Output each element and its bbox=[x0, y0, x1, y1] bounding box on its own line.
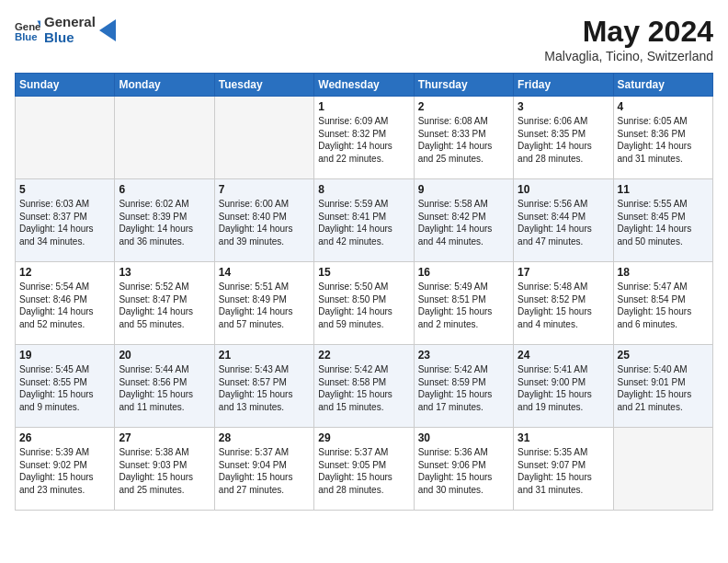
day-info: Sunrise: 5:41 AMSunset: 9:00 PMDaylight:… bbox=[518, 363, 609, 413]
calendar-week-row: 5Sunrise: 6:03 AMSunset: 8:37 PMDaylight… bbox=[16, 179, 713, 262]
calendar-day-cell bbox=[613, 428, 712, 511]
logo-icon: General Blue bbox=[15, 17, 40, 43]
calendar-day-cell: 24Sunrise: 5:41 AMSunset: 9:00 PMDayligh… bbox=[514, 345, 613, 428]
calendar-day-cell: 4Sunrise: 6:05 AMSunset: 8:36 PMDaylight… bbox=[613, 97, 712, 179]
page-header: General Blue General Blue May 2024 Malva… bbox=[15, 15, 713, 63]
calendar-day-cell: 13Sunrise: 5:52 AMSunset: 8:47 PMDayligh… bbox=[115, 262, 214, 345]
calendar-day-cell bbox=[16, 97, 115, 179]
calendar-day-cell: 15Sunrise: 5:50 AMSunset: 8:50 PMDayligh… bbox=[314, 262, 414, 345]
day-number: 16 bbox=[418, 266, 509, 279]
calendar-day-cell: 22Sunrise: 5:42 AMSunset: 8:58 PMDayligh… bbox=[314, 345, 414, 428]
day-info: Sunrise: 5:58 AMSunset: 8:42 PMDaylight:… bbox=[418, 198, 509, 247]
day-info: Sunrise: 6:02 AMSunset: 8:39 PMDaylight:… bbox=[119, 198, 210, 247]
title-block: May 2024 Malvaglia, Ticino, Switzerland bbox=[544, 15, 713, 63]
calendar-header-row: SundayMondayTuesdayWednesdayThursdayFrid… bbox=[16, 74, 713, 97]
day-number: 6 bbox=[119, 183, 210, 196]
day-number: 17 bbox=[518, 266, 609, 279]
day-info: Sunrise: 5:49 AMSunset: 8:51 PMDaylight:… bbox=[418, 281, 509, 330]
calendar-day-cell bbox=[115, 97, 214, 179]
calendar-day-cell: 26Sunrise: 5:39 AMSunset: 9:02 PMDayligh… bbox=[16, 428, 115, 511]
calendar-day-cell bbox=[214, 97, 313, 179]
calendar-day-cell: 12Sunrise: 5:54 AMSunset: 8:46 PMDayligh… bbox=[16, 262, 115, 345]
day-info: Sunrise: 5:40 AMSunset: 9:01 PMDaylight:… bbox=[618, 363, 709, 413]
calendar-week-row: 19Sunrise: 5:45 AMSunset: 8:55 PMDayligh… bbox=[16, 345, 713, 428]
day-info: Sunrise: 5:51 AMSunset: 8:49 PMDaylight:… bbox=[219, 281, 310, 330]
calendar-day-cell: 25Sunrise: 5:40 AMSunset: 9:01 PMDayligh… bbox=[613, 345, 712, 428]
day-number: 2 bbox=[418, 100, 509, 113]
day-of-week-header: Friday bbox=[514, 74, 613, 97]
day-number: 21 bbox=[219, 349, 310, 362]
day-info: Sunrise: 6:09 AMSunset: 8:32 PMDaylight:… bbox=[318, 115, 409, 165]
location-subtitle: Malvaglia, Ticino, Switzerland bbox=[544, 49, 713, 63]
day-of-week-header: Thursday bbox=[414, 74, 513, 97]
day-info: Sunrise: 5:37 AMSunset: 9:04 PMDaylight:… bbox=[219, 446, 310, 496]
day-info: Sunrise: 6:03 AMSunset: 8:37 PMDaylight:… bbox=[19, 198, 110, 247]
day-of-week-header: Wednesday bbox=[314, 74, 414, 97]
svg-marker-3 bbox=[99, 19, 116, 41]
day-number: 14 bbox=[219, 266, 310, 279]
day-info: Sunrise: 6:05 AMSunset: 8:36 PMDaylight:… bbox=[618, 115, 709, 165]
day-info: Sunrise: 5:52 AMSunset: 8:47 PMDaylight:… bbox=[119, 281, 210, 330]
calendar-week-row: 1Sunrise: 6:09 AMSunset: 8:32 PMDaylight… bbox=[16, 97, 713, 179]
calendar-day-cell: 6Sunrise: 6:02 AMSunset: 8:39 PMDaylight… bbox=[115, 179, 214, 262]
calendar-day-cell: 10Sunrise: 5:56 AMSunset: 8:44 PMDayligh… bbox=[514, 179, 613, 262]
day-info: Sunrise: 5:56 AMSunset: 8:44 PMDaylight:… bbox=[518, 198, 609, 247]
logo: General Blue General Blue bbox=[15, 15, 116, 45]
day-number: 3 bbox=[518, 100, 609, 113]
day-number: 30 bbox=[418, 431, 509, 444]
day-number: 9 bbox=[418, 183, 509, 196]
day-number: 19 bbox=[19, 349, 110, 362]
day-number: 26 bbox=[19, 431, 110, 444]
day-of-week-header: Sunday bbox=[16, 74, 115, 97]
day-info: Sunrise: 5:43 AMSunset: 8:57 PMDaylight:… bbox=[219, 363, 310, 413]
day-number: 7 bbox=[219, 183, 310, 196]
day-info: Sunrise: 5:42 AMSunset: 8:59 PMDaylight:… bbox=[418, 363, 509, 413]
svg-text:Blue: Blue bbox=[15, 30, 38, 41]
day-info: Sunrise: 5:39 AMSunset: 9:02 PMDaylight:… bbox=[19, 446, 110, 496]
day-number: 20 bbox=[119, 349, 210, 362]
day-info: Sunrise: 5:42 AMSunset: 8:58 PMDaylight:… bbox=[318, 363, 409, 413]
day-number: 23 bbox=[418, 349, 509, 362]
day-number: 27 bbox=[119, 431, 210, 444]
day-number: 28 bbox=[219, 431, 310, 444]
day-info: Sunrise: 6:00 AMSunset: 8:40 PMDaylight:… bbox=[219, 198, 310, 247]
day-number: 10 bbox=[518, 183, 609, 196]
calendar-day-cell: 27Sunrise: 5:38 AMSunset: 9:03 PMDayligh… bbox=[115, 428, 214, 511]
day-number: 1 bbox=[318, 100, 409, 113]
calendar-day-cell: 11Sunrise: 5:55 AMSunset: 8:45 PMDayligh… bbox=[613, 179, 712, 262]
day-number: 24 bbox=[518, 349, 609, 362]
calendar-day-cell: 1Sunrise: 6:09 AMSunset: 8:32 PMDaylight… bbox=[314, 97, 414, 179]
calendar-day-cell: 2Sunrise: 6:08 AMSunset: 8:33 PMDaylight… bbox=[414, 97, 513, 179]
day-of-week-header: Saturday bbox=[613, 74, 712, 97]
calendar-week-row: 26Sunrise: 5:39 AMSunset: 9:02 PMDayligh… bbox=[16, 428, 713, 511]
logo-general-text: General bbox=[44, 15, 96, 30]
calendar-day-cell: 28Sunrise: 5:37 AMSunset: 9:04 PMDayligh… bbox=[214, 428, 313, 511]
day-number: 22 bbox=[318, 349, 409, 362]
logo-wave-icon bbox=[99, 19, 116, 41]
day-info: Sunrise: 5:50 AMSunset: 8:50 PMDaylight:… bbox=[318, 281, 409, 330]
calendar-day-cell: 5Sunrise: 6:03 AMSunset: 8:37 PMDaylight… bbox=[16, 179, 115, 262]
day-of-week-header: Monday bbox=[115, 74, 214, 97]
calendar-day-cell: 23Sunrise: 5:42 AMSunset: 8:59 PMDayligh… bbox=[414, 345, 513, 428]
day-number: 15 bbox=[318, 266, 409, 279]
calendar-week-row: 12Sunrise: 5:54 AMSunset: 8:46 PMDayligh… bbox=[16, 262, 713, 345]
calendar-day-cell: 9Sunrise: 5:58 AMSunset: 8:42 PMDaylight… bbox=[414, 179, 513, 262]
day-info: Sunrise: 5:36 AMSunset: 9:06 PMDaylight:… bbox=[418, 446, 509, 496]
day-info: Sunrise: 5:47 AMSunset: 8:54 PMDaylight:… bbox=[618, 281, 709, 330]
day-number: 31 bbox=[518, 431, 609, 444]
day-number: 13 bbox=[119, 266, 210, 279]
day-info: Sunrise: 5:59 AMSunset: 8:41 PMDaylight:… bbox=[318, 198, 409, 247]
calendar-day-cell: 30Sunrise: 5:36 AMSunset: 9:06 PMDayligh… bbox=[414, 428, 513, 511]
day-number: 29 bbox=[318, 431, 409, 444]
day-info: Sunrise: 5:35 AMSunset: 9:07 PMDaylight:… bbox=[518, 446, 609, 496]
calendar-day-cell: 3Sunrise: 6:06 AMSunset: 8:35 PMDaylight… bbox=[514, 97, 613, 179]
calendar-day-cell: 14Sunrise: 5:51 AMSunset: 8:49 PMDayligh… bbox=[214, 262, 313, 345]
day-info: Sunrise: 6:06 AMSunset: 8:35 PMDaylight:… bbox=[518, 115, 609, 165]
day-info: Sunrise: 5:38 AMSunset: 9:03 PMDaylight:… bbox=[119, 446, 210, 496]
day-number: 25 bbox=[618, 349, 709, 362]
day-number: 4 bbox=[618, 100, 709, 113]
day-info: Sunrise: 5:48 AMSunset: 8:52 PMDaylight:… bbox=[518, 281, 609, 330]
day-number: 12 bbox=[19, 266, 110, 279]
calendar-day-cell: 7Sunrise: 6:00 AMSunset: 8:40 PMDaylight… bbox=[214, 179, 313, 262]
day-info: Sunrise: 5:54 AMSunset: 8:46 PMDaylight:… bbox=[19, 281, 110, 330]
